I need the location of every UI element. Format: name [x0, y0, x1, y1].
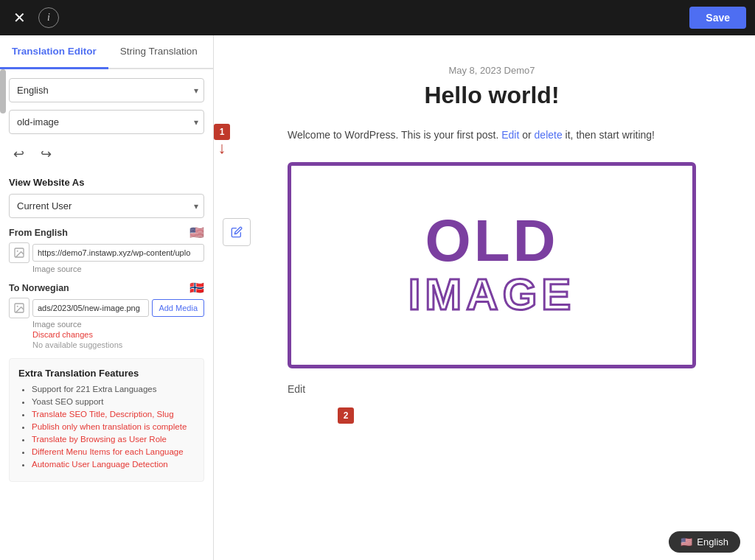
- tab-string-translation[interactable]: String Translation: [108, 35, 209, 69]
- extra-features-list: Support for 221 Extra Languages Yoast SE…: [18, 385, 195, 469]
- view-website-as-label: View Website As: [9, 177, 204, 188]
- from-img-row: [9, 242, 204, 263]
- to-img-source-label: Image source: [32, 320, 204, 329]
- tab-bar: Translation Editor String Translation: [0, 35, 213, 69]
- blog-area: May 8, 2023 Demo7 Hello world! Welcome t…: [214, 35, 755, 424]
- tab-translation-editor[interactable]: Translation Editor: [0, 35, 108, 69]
- no-suggestions-label: No available suggestions: [32, 340, 204, 349]
- from-img-icon: [9, 242, 29, 263]
- svg-point-1: [17, 251, 18, 252]
- current-user-dropdown-wrap: Current User Logged Out User ▾: [9, 194, 204, 218]
- post-meta: May 8, 2023 Demo7: [288, 65, 696, 76]
- save-button[interactable]: Save: [689, 7, 746, 29]
- list-item: Automatic User Language Detection: [32, 460, 195, 469]
- edit-label: Edit: [288, 383, 696, 395]
- annotation-1: 1 ↓: [214, 124, 230, 156]
- undo-redo-bar: ↩ ↪: [9, 141, 204, 169]
- from-english-label: From English: [9, 228, 68, 238]
- extra-features-section: Extra Translation Features Support for 2…: [9, 358, 204, 482]
- image-dropdown[interactable]: old-image new-image: [9, 110, 204, 134]
- to-norwegian-header: To Norwegian 🇳🇴: [9, 281, 204, 295]
- current-user-dropdown[interactable]: Current User Logged Out User: [9, 194, 204, 218]
- add-media-button[interactable]: Add Media: [152, 299, 204, 317]
- excerpt-edit-link[interactable]: Edit: [501, 129, 519, 141]
- info-button[interactable]: i: [38, 7, 59, 28]
- list-item: Publish only when translation is complet…: [32, 422, 195, 431]
- from-img-source-label: Image source: [32, 265, 204, 273]
- old-image-text-image: IMAGE: [408, 270, 576, 319]
- redo-button[interactable]: ↪: [36, 144, 56, 164]
- image-dropdown-wrap: old-image new-image ▾: [9, 110, 204, 134]
- from-url-input[interactable]: [32, 244, 204, 262]
- to-img-icon: [9, 298, 29, 318]
- close-button[interactable]: ✕: [9, 7, 29, 28]
- annotation-2: 2: [338, 407, 354, 424]
- post-title: Hello world!: [288, 82, 696, 109]
- excerpt-delete-link[interactable]: delete: [535, 129, 563, 141]
- main-layout: Translation Editor String Translation En…: [0, 35, 755, 560]
- list-item: Different Menu Items for each Language: [32, 447, 195, 456]
- sidebar: Translation Editor String Translation En…: [0, 35, 214, 560]
- annotation-badge-1: 1: [214, 124, 230, 140]
- lang-flag: 🇺🇸: [681, 536, 692, 547]
- annotation-badge-2: 2: [338, 407, 354, 424]
- sidebar-scroll-area: English Norwegian French German ▾ old-im…: [0, 69, 213, 560]
- to-url-input[interactable]: [32, 299, 149, 317]
- language-dropdown[interactable]: English Norwegian French German: [9, 78, 204, 102]
- list-item: Translate SEO Title, Description, Slug: [32, 410, 195, 419]
- old-image-text-old: OLD: [425, 211, 559, 270]
- content-area: 1 ↓ May 8, 2023 Demo7 Hello world! Welco…: [214, 35, 755, 560]
- topbar: ✕ i Save: [0, 0, 755, 35]
- list-item: Translate by Browsing as User Role: [32, 435, 195, 444]
- scrollbar-thumb: [0, 69, 6, 113]
- list-item: Support for 221 Extra Languages: [32, 385, 195, 393]
- extra-features-title: Extra Translation Features: [18, 368, 195, 379]
- from-english-section: From English 🇺🇸 Image source: [9, 225, 204, 273]
- from-english-header: From English 🇺🇸: [9, 225, 204, 239]
- post-excerpt: Welcome to WordPress. This is your first…: [288, 127, 696, 144]
- language-switcher-button[interactable]: 🇺🇸 English: [669, 531, 740, 553]
- discard-changes-link[interactable]: Discard changes: [32, 330, 204, 339]
- to-img-row: Add Media: [9, 298, 204, 318]
- lang-label: English: [697, 536, 728, 547]
- bottom-bar: 🇺🇸 English: [654, 524, 755, 560]
- us-flag: 🇺🇸: [189, 225, 204, 239]
- language-dropdown-wrap: English Norwegian French German ▾: [9, 78, 204, 102]
- edit-pencil-button[interactable]: [223, 218, 251, 246]
- old-image-box: OLD IMAGE: [288, 162, 696, 368]
- to-norwegian-label: To Norwegian: [9, 283, 69, 293]
- no-flag: 🇳🇴: [189, 281, 204, 295]
- annotation-arrow-1: ↓: [218, 140, 226, 156]
- list-item: Yoast SEO support: [32, 397, 195, 406]
- svg-point-3: [17, 306, 18, 307]
- undo-button[interactable]: ↩: [9, 144, 29, 164]
- to-norwegian-section: To Norwegian 🇳🇴 Add Media Image source D…: [9, 281, 204, 349]
